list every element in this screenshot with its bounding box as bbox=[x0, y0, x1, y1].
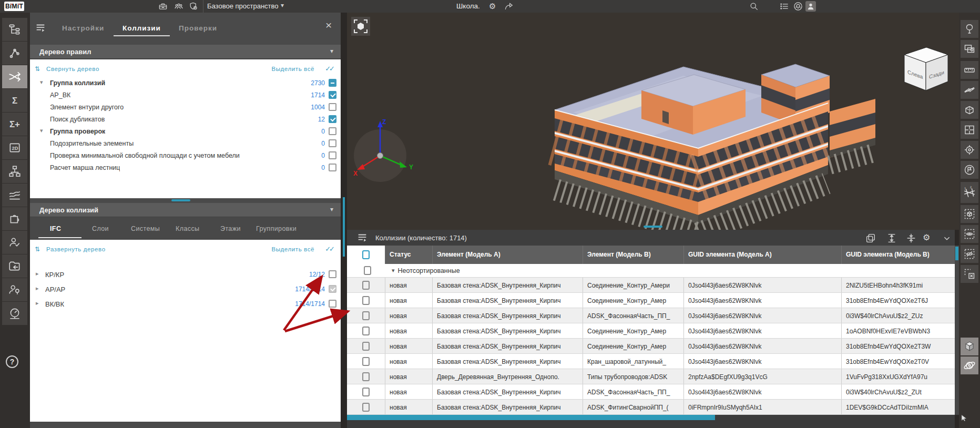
environment-icon[interactable] bbox=[961, 20, 978, 38]
tab-ifc[interactable]: IFC bbox=[50, 225, 61, 232]
select-node-icon[interactable] bbox=[2, 42, 27, 65]
show-box-icon[interactable] bbox=[961, 225, 978, 243]
double-check-icon[interactable]: ✓✓ bbox=[325, 245, 333, 253]
viewports-icon[interactable] bbox=[961, 40, 978, 58]
tree-row[interactable]: ▸ ВК/ВК 1714/1714 bbox=[30, 297, 341, 311]
checkbox[interactable] bbox=[362, 403, 370, 412]
scrollbar-thumb[interactable] bbox=[955, 247, 958, 260]
expand-tree-link[interactable]: Развернуть дерево bbox=[46, 246, 106, 252]
tab-systems[interactable]: Системы bbox=[131, 225, 160, 232]
locate-icon[interactable] bbox=[961, 141, 978, 159]
notifications-icon[interactable] bbox=[793, 1, 803, 12]
tree-row[interactable]: ▾ Группа проверок 0 bbox=[30, 126, 341, 138]
caret-right-icon[interactable]: ▸ bbox=[36, 285, 39, 292]
briefcase-icon[interactable] bbox=[158, 1, 168, 12]
tree-row[interactable]: ▸ КР/КР 12/12 bbox=[30, 267, 341, 282]
expand-tree-icon[interactable]: ⇅ bbox=[35, 246, 40, 253]
2d-view-icon[interactable]: 2D bbox=[2, 136, 27, 159]
select-all-link[interactable]: Выделить всё bbox=[271, 246, 314, 252]
column-header-guid-a[interactable]: GUID элемента (Модель A) bbox=[684, 246, 842, 264]
select-all-checkbox[interactable] bbox=[362, 250, 370, 259]
select-all-checkbox-cell[interactable] bbox=[347, 246, 385, 264]
help-button[interactable]: ? bbox=[6, 355, 18, 368]
flag-icon[interactable] bbox=[961, 161, 978, 179]
panel-menu-icon[interactable] bbox=[35, 22, 46, 34]
tree-row[interactable]: Элемент внтури другого 1004 bbox=[30, 101, 341, 114]
folder-share-icon[interactable] bbox=[2, 254, 27, 278]
view-cube[interactable]: Слева Сзади bbox=[904, 47, 948, 90]
tab-groupings[interactable]: Группировки bbox=[256, 225, 297, 232]
rules-tree-header[interactable]: Дерево правил ▾ bbox=[30, 45, 341, 59]
checkbox[interactable] bbox=[329, 139, 336, 147]
tab-collisions[interactable]: Коллизии bbox=[122, 24, 161, 32]
caret-down-icon[interactable]: ▾ bbox=[392, 267, 395, 274]
tree-row[interactable]: Проверка минимальной свободной площади с… bbox=[30, 150, 341, 162]
table-row[interactable]: новая Базовая стена:ADSK_Внутренняя_Кирп… bbox=[347, 384, 955, 400]
checkbox[interactable] bbox=[364, 266, 371, 275]
table-row[interactable]: новая Дверь_Деревянная_Внутренняя_Однопо… bbox=[347, 369, 955, 384]
table-splitter-handle[interactable] bbox=[644, 226, 662, 228]
scrollbar-thumb[interactable] bbox=[347, 415, 715, 420]
tree-row[interactable]: ▸ АР/АР 1714/1714 bbox=[30, 282, 341, 297]
account-icon[interactable] bbox=[805, 1, 816, 12]
table-row[interactable]: новая Базовая стена:ADSK_Внутренняя_Кирп… bbox=[347, 278, 955, 293]
model-tree-icon[interactable] bbox=[2, 18, 27, 41]
double-check-icon[interactable]: ✓✓ bbox=[325, 65, 333, 73]
shield-clock-icon[interactable] bbox=[188, 1, 199, 12]
caret-right-icon[interactable]: ▸ bbox=[36, 300, 39, 307]
select-all-link[interactable]: Выделить всё bbox=[271, 66, 314, 72]
tree-row[interactable]: АР_ВК 1714 bbox=[30, 89, 341, 101]
checkbox[interactable] bbox=[362, 342, 370, 351]
dashboard-icon[interactable] bbox=[2, 302, 27, 325]
collision-tree-header[interactable]: Дерево коллизий ▾ bbox=[30, 203, 341, 217]
horizontal-scrollbar[interactable] bbox=[347, 415, 955, 420]
orbit-mode-icon[interactable] bbox=[961, 356, 978, 374]
tree-row[interactable]: Подозрительные элементы 0 bbox=[30, 138, 341, 150]
tab-layers[interactable]: Слои bbox=[92, 225, 109, 232]
column-header-guid-b[interactable]: GUID элемента (Модель B) bbox=[842, 246, 955, 264]
tree-row[interactable]: Поиск дубликатов 12 bbox=[30, 114, 341, 126]
column-header-status[interactable]: Статус bbox=[385, 246, 433, 264]
app-logo[interactable]: BiMiT bbox=[4, 2, 24, 11]
table-menu-icon[interactable] bbox=[356, 232, 368, 243]
model-canvas[interactable]: Z X Y Слева Сзади bbox=[347, 13, 959, 230]
vertical-scrollbar[interactable] bbox=[955, 246, 959, 415]
structure-scheme-icon[interactable] bbox=[2, 160, 27, 183]
grids-axes-icon[interactable]: 12 bbox=[961, 182, 978, 203]
table-row[interactable]: новая Базовая стена:ADSK_Внутренняя_Кирп… bbox=[347, 339, 955, 354]
checkbox[interactable] bbox=[329, 79, 336, 87]
table-row[interactable]: новая Базовая стена:ADSK_Внутренняя_Кирп… bbox=[347, 354, 955, 369]
close-icon[interactable]: × bbox=[325, 20, 332, 30]
table-settings-icon[interactable]: ⚙ bbox=[923, 232, 930, 243]
collapse-tree-link[interactable]: Свернуть дерево bbox=[46, 66, 99, 72]
checkbox[interactable] bbox=[362, 296, 370, 305]
group-checkbox-cell[interactable] bbox=[347, 264, 385, 277]
charts-icon[interactable] bbox=[2, 184, 27, 207]
search-icon[interactable] bbox=[749, 1, 759, 12]
column-header-elem-a[interactable]: Элемент (Модель A) bbox=[433, 246, 583, 264]
clear-selection-icon[interactable] bbox=[961, 265, 978, 283]
tab-classes[interactable]: Классы bbox=[176, 225, 199, 232]
checkbox[interactable] bbox=[362, 281, 370, 290]
caret-right-icon[interactable]: ▸ bbox=[36, 270, 39, 277]
hide-box-icon[interactable] bbox=[961, 245, 978, 263]
isolate-box-icon[interactable] bbox=[961, 205, 978, 223]
checkbox[interactable] bbox=[329, 300, 336, 308]
collapse-tree-icon[interactable]: ⇅ bbox=[35, 65, 40, 73]
axis-gizmo[interactable]: Z X Y bbox=[353, 118, 413, 182]
tree-row[interactable]: ▾ Группа коллизий 2730 bbox=[30, 77, 341, 89]
checkbox[interactable] bbox=[329, 91, 336, 99]
workspace-selector[interactable]: Базовое пространство bbox=[207, 2, 279, 10]
section-plane-icon[interactable] bbox=[961, 81, 978, 99]
caret-down-icon[interactable]: ▾ bbox=[40, 79, 43, 86]
table-row[interactable]: новая Базовая стена:ADSK_Внутренняя_Кирп… bbox=[347, 323, 955, 339]
table-row[interactable]: новая Базовая стена:ADSK_Внутренняя_Кирп… bbox=[347, 400, 955, 415]
plugins-icon[interactable] bbox=[2, 207, 27, 230]
tree-row[interactable]: Расчет марша лестниц 0 bbox=[30, 162, 341, 174]
user-location-icon[interactable] bbox=[2, 278, 27, 301]
3d-viewport[interactable]: Z X Y Слева Сзади bbox=[347, 13, 959, 230]
user-check-icon[interactable] bbox=[2, 231, 27, 254]
floor-plan-icon[interactable] bbox=[961, 121, 978, 139]
team-icon[interactable] bbox=[173, 1, 184, 12]
sum-icon[interactable]: Σ bbox=[2, 89, 27, 112]
